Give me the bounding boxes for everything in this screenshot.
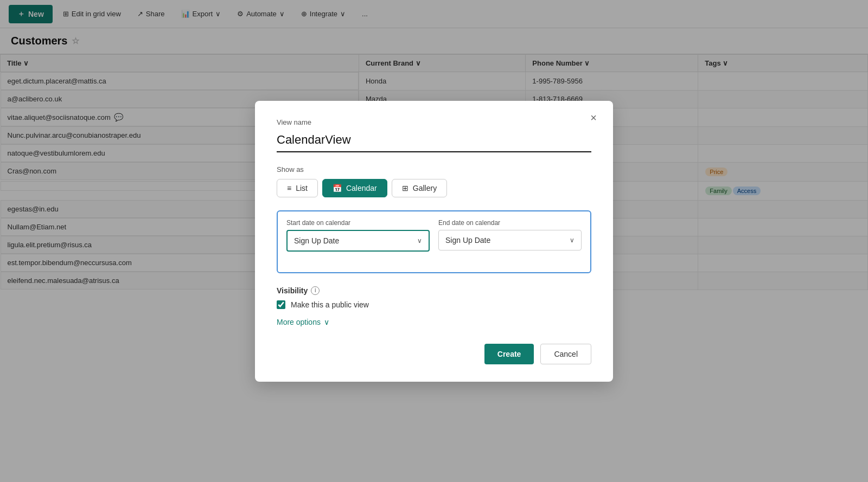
gallery-icon: ⊞ [402, 184, 409, 192]
end-date-field: End date on calendar Sign Up Date ∨ [438, 219, 582, 252]
view-name-label: View name [277, 118, 591, 126]
visibility-heading: Visibility i [277, 286, 591, 295]
public-view-label: Make this a public view [291, 300, 369, 309]
public-view-checkbox[interactable] [277, 300, 285, 309]
more-options-label: More options [277, 318, 321, 326]
modal-close-button[interactable]: × [585, 110, 602, 127]
create-view-modal: × View name Show as ≡ List 📅 Calendar ⊞ … [255, 101, 613, 382]
more-options-chevron-icon: ∨ [324, 318, 329, 326]
end-date-select-wrapper: Sign Up Date ∨ [438, 230, 582, 250]
list-icon: ≡ [287, 184, 291, 192]
date-section: Start date on calendar Sign Up Date ∨ En… [286, 219, 582, 252]
close-icon: × [590, 112, 597, 124]
cancel-button[interactable]: Cancel [540, 344, 591, 364]
view-type-buttons: ≡ List 📅 Calendar ⊞ Gallery [277, 179, 591, 197]
modal-footer: Create Cancel [277, 344, 591, 364]
visibility-info-icon[interactable]: i [311, 286, 320, 295]
more-options-button[interactable]: More options ∨ [277, 318, 329, 326]
view-type-calendar[interactable]: 📅 Calendar [322, 179, 387, 197]
end-date-select[interactable]: Sign Up Date [439, 230, 581, 250]
app-background: ＋ New ⊞ Edit in grid view ↗ Share 📊 Expo… [0, 0, 868, 482]
view-name-input[interactable] [277, 131, 591, 152]
start-date-field: Start date on calendar Sign Up Date ∨ [286, 219, 430, 252]
start-date-select-wrapper: Sign Up Date ∨ [286, 230, 430, 252]
show-as-label: Show as [277, 165, 591, 173]
date-container: Start date on calendar Sign Up Date ∨ En… [277, 210, 591, 273]
calendar-label: Calendar [346, 184, 377, 192]
start-date-label: Start date on calendar [286, 219, 430, 227]
public-view-row: Make this a public view [277, 300, 591, 309]
view-type-list[interactable]: ≡ List [277, 179, 318, 197]
calendar-icon: 📅 [333, 184, 342, 192]
visibility-section: Visibility i Make this a public view [277, 286, 591, 309]
end-date-label: End date on calendar [438, 219, 582, 227]
gallery-label: Gallery [413, 184, 437, 192]
list-label: List [296, 184, 308, 192]
show-as-section: Show as ≡ List 📅 Calendar ⊞ Gallery [277, 165, 591, 197]
start-date-select[interactable]: Sign Up Date [288, 231, 429, 250]
create-button[interactable]: Create [484, 344, 534, 364]
view-type-gallery[interactable]: ⊞ Gallery [392, 179, 447, 197]
